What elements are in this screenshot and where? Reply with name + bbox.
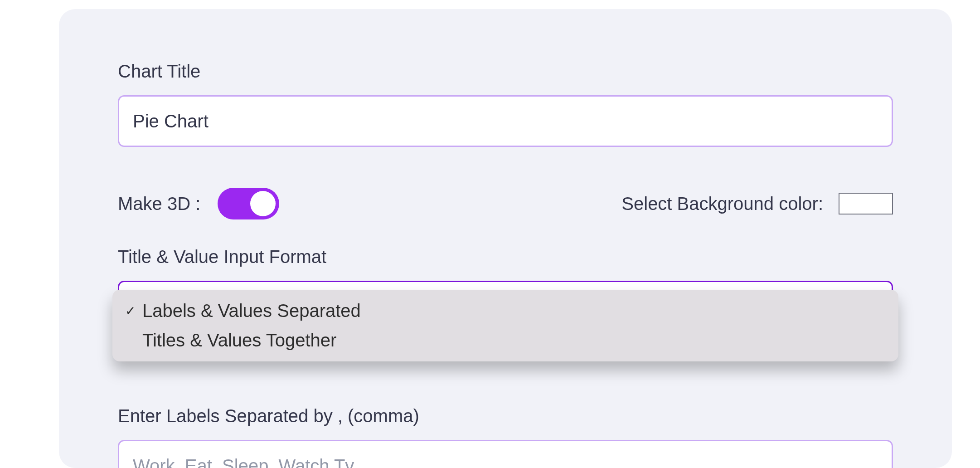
check-icon: ✓ — [124, 303, 136, 318]
dropdown-option-together[interactable]: Titles & Values Together — [112, 326, 898, 355]
form-content: Chart Title Make 3D : Select Background … — [118, 61, 893, 468]
make-3d-label: Make 3D : — [118, 194, 200, 214]
dropdown-option-separated[interactable]: ✓ Labels & Values Separated — [112, 296, 898, 326]
input-format-dropdown: ✓ Labels & Values Separated Titles & Val… — [112, 290, 898, 361]
input-format-label: Title & Value Input Format — [118, 247, 893, 267]
bg-color-picker[interactable] — [839, 193, 893, 214]
make-3d-toggle[interactable] — [218, 188, 279, 219]
toggle-knob — [250, 191, 276, 216]
chart-title-input[interactable] — [118, 95, 893, 147]
settings-panel: Chart Title Make 3D : Select Background … — [59, 9, 952, 468]
labels-field-label: Enter Labels Separated by , (comma) — [118, 406, 893, 426]
bg-color-label: Select Background color: — [621, 194, 823, 214]
labels-input[interactable] — [118, 440, 893, 468]
dropdown-option-label: Titles & Values Together — [142, 330, 336, 351]
chart-title-label: Chart Title — [118, 61, 893, 82]
dropdown-option-label: Labels & Values Separated — [142, 301, 361, 321]
row-3d-and-bg: Make 3D : Select Background color: — [118, 188, 893, 219]
